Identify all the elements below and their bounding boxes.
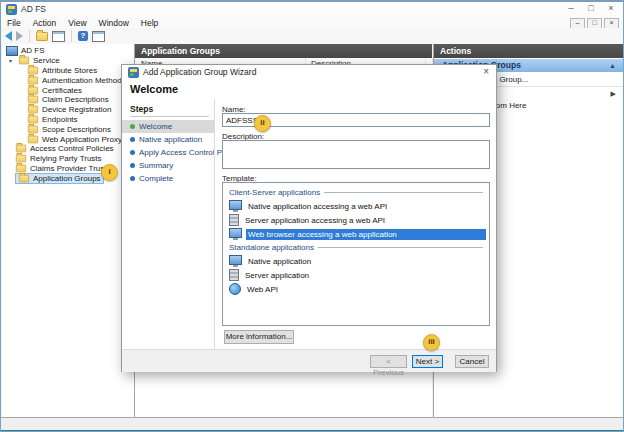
step-apply-access-control-policy[interactable]: Apply Access Control Policy (122, 146, 214, 159)
dialog-footer: < Previous Next > Cancel (122, 349, 496, 372)
template-web-browser-accessing-webapp[interactable]: Web browser accessing a web application (223, 227, 489, 241)
template-native-application[interactable]: Native application (223, 254, 489, 268)
menu-file[interactable]: File (1, 18, 27, 28)
native-app-icon (229, 200, 242, 210)
dialog-title: Add Application Group Wizard (143, 67, 256, 77)
back-icon[interactable] (5, 31, 12, 41)
template-group-client-server: Client-Server applications (223, 186, 489, 199)
status-strip (1, 417, 623, 431)
folder-icon (28, 125, 38, 133)
folder-icon (16, 145, 26, 153)
toolbar-separator (71, 30, 72, 42)
minimize-button[interactable]: – (565, 3, 577, 13)
step-summary[interactable]: Summary (122, 159, 214, 172)
template-web-api[interactable]: Web API (223, 282, 489, 296)
step-complete[interactable]: Complete (122, 172, 214, 185)
menu-bar: File Action View Window Help (1, 17, 623, 28)
template-server-application[interactable]: Server application (223, 268, 489, 282)
wizard-icon (128, 67, 139, 78)
window-title: AD FS (21, 4, 46, 14)
step-current-dot-icon (130, 124, 135, 129)
console-tree-panel: AD FS ▾ Service Attribute Stores Authent… (2, 44, 135, 418)
annotation-iii: iii (423, 334, 440, 351)
steps-vertical-divider (214, 99, 215, 349)
native-app-icon (229, 255, 242, 265)
menu-window[interactable]: Window (93, 18, 135, 28)
menu-action[interactable]: Action (27, 18, 63, 28)
step-dot-icon (130, 176, 135, 181)
step-dot-icon (130, 150, 135, 155)
menu-help[interactable]: Help (135, 18, 164, 28)
wizard-page-heading: Welcome (130, 83, 178, 95)
cancel-button[interactable]: Cancel (455, 355, 489, 368)
dialog-title-bar: Add Application Group Wizard × (122, 65, 496, 80)
group-rule (324, 192, 483, 193)
actions-header: Actions (434, 44, 624, 58)
folder-icon (28, 116, 38, 124)
web-api-globe-icon (229, 283, 241, 295)
server-app-icon (229, 214, 239, 226)
console-tree-icon[interactable] (52, 31, 65, 42)
action-pane-icon[interactable] (92, 31, 105, 42)
add-application-group-wizard-dialog: Add Application Group Wizard × Welcome S… (121, 64, 497, 372)
adfs-management-window: AD FS – □ × File Action View Window Help… (0, 0, 624, 432)
annotation-ii: ii (254, 115, 271, 132)
tree-item-endpoints[interactable]: Endpoints (2, 115, 134, 125)
steps-divider (130, 116, 209, 117)
folder-icon (19, 174, 29, 182)
browser-app-icon (229, 228, 242, 238)
tree-item-claim-descriptions[interactable]: Claim Descriptions (2, 95, 134, 105)
template-group-standalone: Standalone applications (223, 241, 489, 254)
title-bar: AD FS – □ × (1, 2, 623, 17)
wizard-steps-pane: Steps Welcome Native application Apply A… (122, 99, 214, 349)
export-folder-icon[interactable] (36, 32, 48, 41)
steps-label: Steps (130, 104, 153, 114)
folder-icon (28, 135, 38, 143)
tree-item-scope-descriptions[interactable]: Scope Descriptions (2, 124, 134, 134)
description-input[interactable] (222, 140, 490, 169)
folder-icon (19, 57, 29, 65)
tree-item-service[interactable]: ▾ Service (2, 56, 134, 66)
app-icon (6, 4, 17, 15)
close-button[interactable]: × (605, 3, 617, 13)
collapse-icon[interactable]: ▲ (609, 59, 616, 72)
folder-icon (16, 165, 26, 173)
folder-icon (28, 96, 38, 104)
tree-item-authentication-methods[interactable]: Authentication Methods (2, 75, 134, 85)
tree-item-certificates[interactable]: Certificates (2, 85, 134, 95)
step-dot-icon (130, 163, 135, 168)
template-list: Client-Server applications Native applic… (222, 182, 490, 326)
step-welcome[interactable]: Welcome (122, 120, 214, 133)
tree-item-device-registration[interactable]: Device Registration (2, 105, 134, 115)
step-dot-icon (130, 137, 135, 142)
group-rule (318, 247, 483, 248)
folder-icon (28, 106, 38, 114)
folder-icon (28, 86, 38, 94)
list-panel-header: Application Groups (135, 44, 432, 58)
toolbar: ? (1, 28, 623, 45)
template-server-accessing-webapi[interactable]: Server application accessing a web API (223, 213, 489, 227)
folder-icon (28, 67, 38, 75)
dialog-close-icon[interactable]: × (483, 66, 489, 77)
next-button[interactable]: Next > (412, 355, 443, 368)
menu-view[interactable]: View (62, 18, 92, 28)
tree-item-attribute-stores[interactable]: Attribute Stores (2, 66, 134, 76)
folder-icon (16, 155, 26, 163)
chevron-down-icon[interactable]: ▾ (9, 57, 15, 64)
annotation-i: i (101, 164, 118, 181)
template-native-accessing-webapi[interactable]: Native application accessing a web API (223, 199, 489, 213)
server-app-icon (229, 269, 239, 281)
toolbar-separator (29, 30, 30, 42)
folder-icon (28, 76, 38, 84)
forward-icon[interactable] (16, 31, 23, 41)
console-root-icon (6, 46, 18, 56)
previous-button[interactable]: < Previous (370, 355, 407, 368)
more-information-button[interactable]: More information... (224, 330, 294, 344)
maximize-button[interactable]: □ (585, 3, 597, 13)
help-icon[interactable]: ? (78, 31, 88, 41)
step-native-application[interactable]: Native application (122, 133, 214, 146)
